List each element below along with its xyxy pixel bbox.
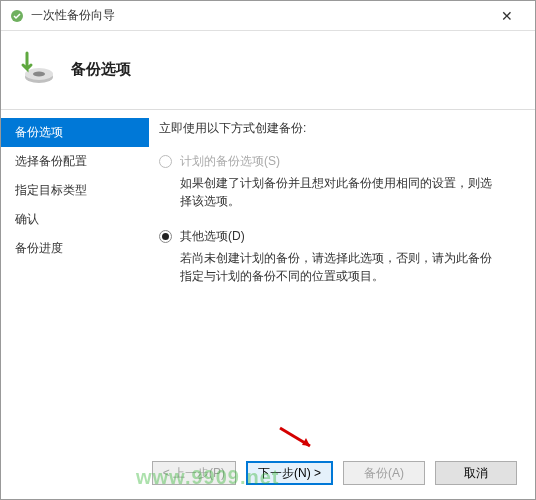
- close-button[interactable]: ✕: [487, 2, 527, 30]
- radio-scheduled-label: 计划的备份选项(S): [180, 153, 280, 170]
- sidebar: 备份选项 选择备份配置 指定目标类型 确认 备份进度: [1, 110, 149, 460]
- back-button: < 上一步(P): [152, 461, 236, 485]
- next-button[interactable]: 下一步(N) >: [246, 461, 333, 485]
- content-panel: 立即使用以下方式创建备份: 计划的备份选项(S) 如果创建了计划备份并且想对此备…: [149, 110, 535, 460]
- titlebar: 一次性备份向导 ✕: [1, 1, 535, 31]
- radio-scheduled: [159, 155, 172, 168]
- option-other[interactable]: 其他选项(D): [159, 228, 517, 245]
- sidebar-item-target-type[interactable]: 指定目标类型: [1, 176, 149, 205]
- app-icon: [9, 8, 25, 24]
- backup-button: 备份(A): [343, 461, 425, 485]
- sidebar-item-progress[interactable]: 备份进度: [1, 234, 149, 263]
- header-icon: [17, 49, 57, 89]
- radio-other-label: 其他选项(D): [180, 228, 245, 245]
- lead-text: 立即使用以下方式创建备份:: [159, 120, 517, 137]
- radio-other[interactable]: [159, 230, 172, 243]
- sidebar-item-select-config[interactable]: 选择备份配置: [1, 147, 149, 176]
- window-title: 一次性备份向导: [31, 7, 487, 24]
- option-other-desc: 若尚未创建计划的备份，请选择此选项，否则，请为此备份指定与计划的备份不同的位置或…: [180, 249, 500, 285]
- header: 备份选项: [1, 31, 535, 110]
- footer: < 上一步(P) 下一步(N) > 备份(A) 取消: [152, 461, 517, 485]
- svg-point-3: [33, 72, 45, 77]
- cancel-button[interactable]: 取消: [435, 461, 517, 485]
- sidebar-item-confirm[interactable]: 确认: [1, 205, 149, 234]
- page-title: 备份选项: [71, 60, 131, 79]
- option-scheduled: 计划的备份选项(S): [159, 153, 517, 170]
- sidebar-item-backup-options[interactable]: 备份选项: [1, 118, 149, 147]
- option-scheduled-desc: 如果创建了计划备份并且想对此备份使用相同的设置，则选择该选项。: [180, 174, 500, 210]
